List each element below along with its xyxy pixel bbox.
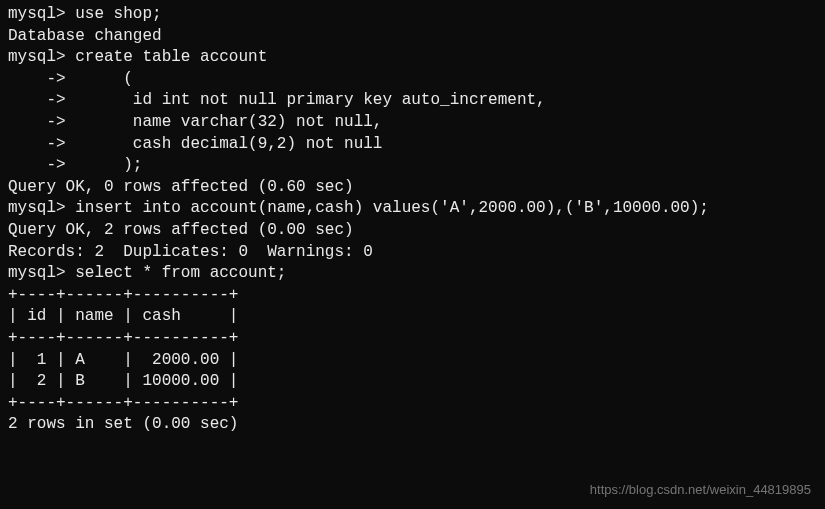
db-changed: Database changed bbox=[8, 26, 817, 48]
terminal-output: mysql> use shop; Database changed mysql>… bbox=[8, 4, 817, 436]
create-col-id: -> id int not null primary key auto_incr… bbox=[8, 90, 817, 112]
table-border-top: +----+------+----------+ bbox=[8, 285, 817, 307]
table-row: | 2 | B | 10000.00 | bbox=[8, 371, 817, 393]
watermark: https://blog.csdn.net/weixin_44819895 bbox=[590, 481, 811, 499]
query-ok-2: Query OK, 2 rows affected (0.00 sec) bbox=[8, 220, 817, 242]
rows-in-set: 2 rows in set (0.00 sec) bbox=[8, 414, 817, 436]
create-closeparen: -> ); bbox=[8, 155, 817, 177]
table-row: | 1 | A | 2000.00 | bbox=[8, 350, 817, 372]
prompt-create: mysql> create table account bbox=[8, 47, 817, 69]
table-border-bot: +----+------+----------+ bbox=[8, 393, 817, 415]
records-line: Records: 2 Duplicates: 0 Warnings: 0 bbox=[8, 242, 817, 264]
create-col-cash: -> cash decimal(9,2) not null bbox=[8, 134, 817, 156]
prompt-select: mysql> select * from account; bbox=[8, 263, 817, 285]
prompt-use: mysql> use shop; bbox=[8, 4, 817, 26]
prompt-insert: mysql> insert into account(name,cash) va… bbox=[8, 198, 817, 220]
table-header: | id | name | cash | bbox=[8, 306, 817, 328]
table-border-mid: +----+------+----------+ bbox=[8, 328, 817, 350]
query-ok-1: Query OK, 0 rows affected (0.60 sec) bbox=[8, 177, 817, 199]
create-openparen: -> ( bbox=[8, 69, 817, 91]
create-col-name: -> name varchar(32) not null, bbox=[8, 112, 817, 134]
